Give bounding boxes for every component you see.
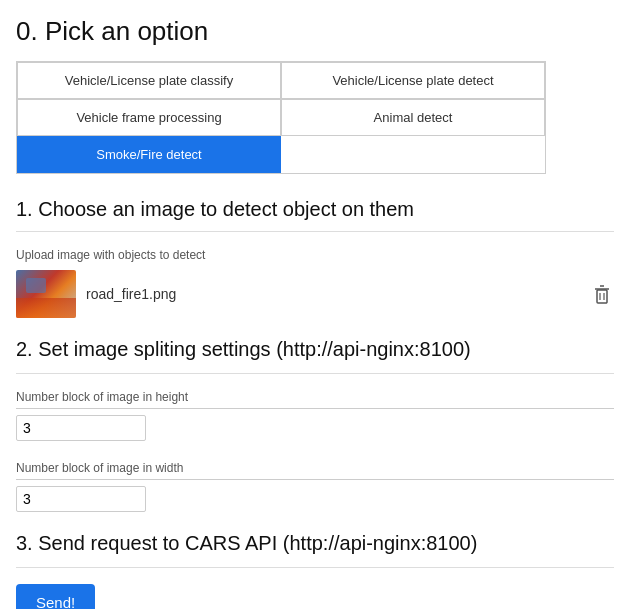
send-button[interactable]: Send!	[16, 584, 95, 609]
section1-divider	[16, 231, 614, 232]
option-animal-detect[interactable]: Animal detect	[281, 99, 545, 136]
option-vehicle-detect[interactable]: Vehicle/License plate detect	[281, 62, 545, 99]
width-input-section: Number block of image in width	[16, 461, 614, 512]
svg-rect-0	[597, 290, 607, 303]
option-picker: Vehicle/License plate classify Vehicle/L…	[16, 61, 546, 174]
section2-title: 2. Set image spliting settings (http://a…	[16, 338, 614, 361]
delete-icon[interactable]	[590, 282, 614, 306]
file-row: road_fire1.png	[16, 270, 614, 318]
option-smoke-fire[interactable]: Smoke/Fire detect	[17, 136, 281, 173]
height-divider	[16, 408, 614, 409]
height-input[interactable]	[16, 415, 146, 441]
page-title: 0. Pick an option	[16, 16, 614, 47]
upload-label: Upload image with objects to detect	[16, 248, 614, 262]
filename: road_fire1.png	[86, 286, 580, 302]
width-input[interactable]	[16, 486, 146, 512]
section3-divider	[16, 567, 614, 568]
section3-title: 3. Send request to CARS API (http://api-…	[16, 532, 614, 555]
height-label: Number block of image in height	[16, 390, 614, 404]
image-thumbnail	[16, 270, 76, 318]
width-divider	[16, 479, 614, 480]
section2-divider	[16, 373, 614, 374]
height-input-section: Number block of image in height	[16, 390, 614, 441]
option-vehicle-frame[interactable]: Vehicle frame processing	[17, 99, 281, 136]
option-vehicle-classify[interactable]: Vehicle/License plate classify	[17, 62, 281, 99]
section1-title: 1. Choose an image to detect object on t…	[16, 198, 614, 221]
width-label: Number block of image in width	[16, 461, 614, 475]
